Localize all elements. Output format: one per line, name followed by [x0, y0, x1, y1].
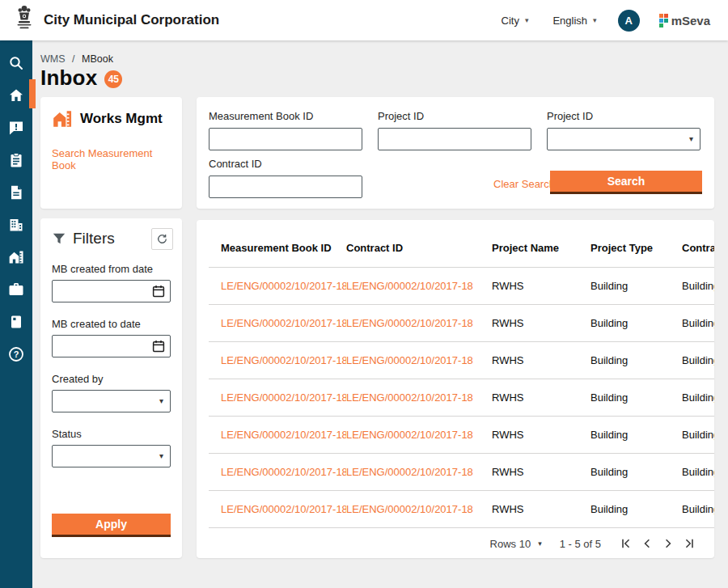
last-page-button[interactable]	[679, 534, 700, 553]
home-icon	[8, 87, 24, 104]
sidebar-item-reports[interactable]	[0, 306, 32, 338]
project-name-cell: RWHS	[492, 466, 590, 478]
filters-title: Filters	[73, 230, 115, 247]
chevron-down-icon: ▾	[525, 16, 529, 24]
svg-text:?: ?	[14, 349, 19, 359]
table-row: LE/ENG/00002/10/2017-18 LE/ENG/00002/10/…	[209, 268, 714, 305]
col-project-name: Project Name	[492, 242, 590, 254]
table-header-row: Measurement Book ID Contract ID Project …	[209, 220, 714, 268]
project-id-label: Project ID	[378, 110, 531, 122]
project-id-select[interactable]: ▾	[547, 128, 700, 150]
contract-id-link[interactable]: LE/ENG/00002/10/2017-18	[346, 503, 492, 515]
project-name-cell: RWHS	[492, 317, 590, 329]
search-measurement-book-link[interactable]: Search Measurement Book	[52, 147, 171, 171]
mb-created-from-date-input[interactable]	[52, 280, 171, 302]
sidebar-item-documents[interactable]	[0, 176, 32, 209]
mseva-logo: mSeva	[659, 14, 710, 27]
notes-icon	[8, 314, 24, 330]
project-id-select-label: Project ID	[547, 110, 700, 122]
chevron-right-icon	[662, 537, 675, 550]
avatar[interactable]: A	[618, 10, 640, 32]
contract-type-cell: Building	[682, 280, 714, 292]
search-button[interactable]: Search	[550, 171, 702, 194]
table-row: LE/ENG/00002/10/2017-18 LE/ENG/00002/10/…	[209, 379, 714, 417]
contract-id-link[interactable]: LE/ENG/00002/10/2017-18	[346, 429, 492, 441]
mb-id-link[interactable]: LE/ENG/00002/10/2017-18	[221, 466, 346, 478]
first-page-button[interactable]	[616, 534, 637, 553]
status-dropdown[interactable]	[53, 446, 170, 467]
contract-id-link[interactable]: LE/ENG/00002/10/2017-18	[346, 317, 492, 329]
works-card-title: Works Mgmt	[80, 111, 163, 127]
project-name-cell: RWHS	[492, 429, 590, 441]
previous-page-button[interactable]	[637, 534, 658, 553]
sidebar-item-home[interactable]	[0, 79, 32, 112]
breadcrumb: WMS / MBook	[40, 53, 113, 65]
mb-id-link[interactable]: LE/ENG/00002/10/2017-18	[221, 503, 346, 515]
sidebar-item-complaints[interactable]	[0, 112, 32, 144]
contract-type-cell: Building	[682, 317, 714, 329]
briefcase-icon	[8, 281, 24, 298]
sidebar-item-help[interactable]: ?	[0, 338, 32, 370]
created-by-dropdown[interactable]	[53, 391, 170, 412]
apply-button[interactable]: Apply	[52, 514, 171, 537]
contract-type-cell: Building	[682, 503, 714, 515]
created-by-select[interactable]: ▾	[52, 390, 171, 412]
document-icon	[8, 184, 24, 201]
status-select[interactable]: ▾	[52, 445, 171, 467]
contract-id-link[interactable]: LE/ENG/00002/10/2017-18	[346, 280, 492, 292]
measurement-book-table: Measurement Book ID Contract ID Project …	[209, 220, 714, 558]
breadcrumb-mbook[interactable]: MBook	[82, 53, 113, 65]
rows-per-page-select[interactable]: Rows 10 ▾	[490, 538, 542, 550]
col-project-type: Project Type	[590, 242, 682, 254]
project-type-cell: Building	[590, 354, 682, 366]
mb-id-link[interactable]: LE/ENG/00002/10/2017-18	[221, 317, 346, 329]
contract-id-link[interactable]: LE/ENG/00002/10/2017-18	[346, 466, 492, 478]
contract-type-cell: Building	[682, 391, 714, 404]
contract-id-link[interactable]: LE/ENG/00002/10/2017-18	[346, 391, 492, 404]
project-id-dropdown[interactable]	[548, 129, 700, 150]
contract-id-input[interactable]	[209, 176, 362, 198]
city-dropdown[interactable]: City▾	[502, 15, 529, 27]
refresh-filters-button[interactable]	[151, 228, 173, 250]
clipboard-icon	[8, 152, 24, 168]
sidebar-item-works[interactable]	[0, 241, 32, 273]
mb-id-link[interactable]: LE/ENG/00002/10/2017-18	[221, 354, 346, 366]
last-page-icon	[683, 537, 696, 550]
project-name-cell: RWHS	[492, 503, 590, 515]
filter-icon	[52, 231, 66, 246]
contract-id-link[interactable]: LE/ENG/00002/10/2017-18	[346, 354, 492, 366]
calendar-icon[interactable]	[151, 284, 166, 302]
works-mgmt-card: Works Mgmt Search Measurement Book	[40, 97, 182, 209]
contract-type-cell: Building	[682, 429, 714, 441]
first-page-icon	[620, 537, 633, 550]
sidebar-item-jobs[interactable]	[0, 273, 32, 306]
mb-id-link[interactable]: LE/ENG/00002/10/2017-18	[221, 280, 346, 292]
measurement-book-id-input[interactable]	[209, 128, 362, 150]
filter-label-status: Status	[52, 428, 171, 440]
sidebar-item-assignments[interactable]	[0, 144, 32, 176]
app-title: City Municipal Corporation	[44, 12, 219, 28]
project-type-cell: Building	[590, 429, 682, 441]
project-type-cell: Building	[590, 317, 682, 329]
mb-id-link[interactable]: LE/ENG/00002/10/2017-18	[221, 429, 346, 441]
filter-label-created-by: Created by	[52, 373, 171, 385]
inbox-count-badge: 45	[104, 70, 122, 88]
works-home-icon	[52, 108, 73, 129]
next-page-button[interactable]	[658, 534, 679, 553]
search-icon	[8, 55, 24, 71]
language-dropdown[interactable]: English▾	[552, 15, 596, 27]
breadcrumb-wms[interactable]: WMS	[40, 53, 66, 65]
mb-created-to-date-input[interactable]	[52, 335, 171, 357]
results-table-card: Measurement Book ID Contract ID Project …	[197, 220, 714, 558]
table-row: LE/ENG/00002/10/2017-18 LE/ENG/00002/10/…	[209, 417, 714, 454]
mb-id-link[interactable]: LE/ENG/00002/10/2017-18	[221, 391, 346, 404]
filter-label-from-date: MB created from date	[52, 263, 171, 275]
help-icon: ?	[8, 346, 24, 362]
contract-type-cell: Building	[682, 354, 714, 366]
calendar-icon[interactable]	[151, 339, 166, 357]
project-id-input[interactable]	[378, 128, 531, 150]
contract-id-label: Contract ID	[209, 158, 362, 170]
sidebar-item-search[interactable]	[0, 47, 32, 79]
sidebar-item-organisation[interactable]	[0, 209, 32, 241]
project-name-cell: RWHS	[492, 280, 590, 292]
